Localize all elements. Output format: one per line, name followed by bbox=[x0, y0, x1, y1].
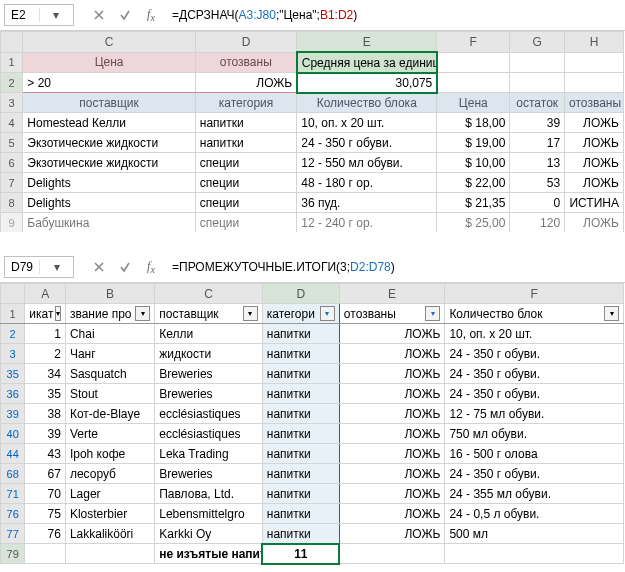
cell[interactable]: жидкости bbox=[155, 344, 263, 364]
accept-icon[interactable] bbox=[114, 257, 136, 277]
row-hdr[interactable]: 40 bbox=[1, 424, 25, 444]
cell[interactable]: ЛОЖЬ bbox=[565, 173, 624, 193]
cell[interactable]: остаток bbox=[510, 93, 565, 113]
cell[interactable]: 43 bbox=[25, 444, 66, 464]
cell[interactable]: 13 bbox=[510, 153, 565, 173]
cell[interactable]: напитки bbox=[262, 344, 339, 364]
cell[interactable]: Павлова, Ltd. bbox=[155, 484, 263, 504]
cell[interactable]: ЛОЖЬ bbox=[565, 213, 624, 233]
cell[interactable]: отозваны bbox=[195, 52, 296, 73]
cell[interactable]: Количество блока bbox=[297, 93, 437, 113]
cell[interactable]: 0 bbox=[510, 193, 565, 213]
filter-header[interactable]: поставщик▾ bbox=[155, 304, 263, 324]
row-hdr[interactable]: 4 bbox=[1, 113, 23, 133]
cell[interactable]: Chai bbox=[65, 324, 154, 344]
cell[interactable] bbox=[510, 73, 565, 93]
cell[interactable]: специи bbox=[195, 153, 296, 173]
filter-icon[interactable]: ▾ bbox=[243, 306, 258, 321]
cell[interactable]: ЛОЖЬ bbox=[339, 524, 445, 544]
filter-header[interactable]: категори▾ bbox=[262, 304, 339, 324]
cell[interactable]: 76 bbox=[25, 524, 66, 544]
cell[interactable]: 500 мл bbox=[445, 524, 624, 544]
row-hdr[interactable]: 5 bbox=[1, 133, 23, 153]
filter-icon[interactable]: ▾ bbox=[55, 306, 61, 321]
cell[interactable]: 53 bbox=[510, 173, 565, 193]
cell[interactable]: напитки bbox=[195, 113, 296, 133]
cell[interactable]: Homestead Келли bbox=[23, 113, 195, 133]
cell[interactable]: ЛОЖЬ bbox=[339, 404, 445, 424]
cell[interactable]: специи bbox=[195, 193, 296, 213]
cell[interactable]: ЛОЖЬ bbox=[565, 153, 624, 173]
cell[interactable]: 750 мл обуви. bbox=[445, 424, 624, 444]
cell[interactable]: Leka Trading bbox=[155, 444, 263, 464]
cell[interactable]: $ 18,00 bbox=[437, 113, 510, 133]
cell[interactable]: Breweries bbox=[155, 364, 263, 384]
cell[interactable]: 120 bbox=[510, 213, 565, 233]
row-3[interactable]: 3 bbox=[1, 93, 23, 113]
cell[interactable]: напитки bbox=[262, 384, 339, 404]
cell[interactable] bbox=[65, 544, 154, 564]
cell[interactable]: ЛОЖЬ bbox=[565, 133, 624, 153]
cell[interactable]: ecclésiastiques bbox=[155, 404, 263, 424]
name-box-dropdown-icon[interactable]: ▾ bbox=[39, 8, 74, 22]
cell[interactable]: лесоруб bbox=[65, 464, 154, 484]
cell[interactable]: 75 bbox=[25, 504, 66, 524]
row-1[interactable]: 1 bbox=[1, 52, 23, 73]
row-79[interactable]: 79 bbox=[1, 544, 25, 564]
cell[interactable]: $ 10,00 bbox=[437, 153, 510, 173]
name-box[interactable]: D79 ▾ bbox=[4, 256, 74, 278]
col-H[interactable]: H bbox=[565, 32, 624, 53]
cell[interactable]: 12 - 550 мл обуви. bbox=[297, 153, 437, 173]
active-cell-D79[interactable]: 11 bbox=[262, 544, 339, 564]
cell[interactable]: 36 пуд. bbox=[297, 193, 437, 213]
cell[interactable]: напитки bbox=[195, 133, 296, 153]
cell[interactable]: Lager bbox=[65, 484, 154, 504]
sum-label[interactable]: не изъятые напитки: bbox=[155, 544, 263, 564]
col-C[interactable]: C bbox=[155, 284, 263, 304]
row-hdr[interactable]: 3 bbox=[1, 344, 25, 364]
col-C[interactable]: C bbox=[23, 32, 195, 53]
cell[interactable]: специи bbox=[195, 213, 296, 233]
cell[interactable]: 38 bbox=[25, 404, 66, 424]
formula-input[interactable]: =ПРОМЕЖУТОЧНЫЕ.ИТОГИ(3;D2:D78) =ПРОМЕЖУТ… bbox=[166, 260, 621, 274]
cell[interactable]: Экзотические жидкости bbox=[23, 133, 195, 153]
cell[interactable]: ЛОЖЬ bbox=[339, 504, 445, 524]
select-all[interactable] bbox=[1, 32, 23, 53]
cell[interactable]: 67 bbox=[25, 464, 66, 484]
cell[interactable]: 10, оп. x 20 шт. bbox=[297, 113, 437, 133]
cell[interactable]: 16 - 500 г олова bbox=[445, 444, 624, 464]
filter-header[interactable]: отозваны▾ bbox=[339, 304, 445, 324]
cell[interactable]: Цена bbox=[23, 52, 195, 73]
row-hdr[interactable]: 35 bbox=[1, 364, 25, 384]
cell[interactable] bbox=[565, 73, 624, 93]
cell[interactable]: 24 - 350 г обуви. bbox=[445, 384, 624, 404]
row-hdr[interactable]: 39 bbox=[1, 404, 25, 424]
cell[interactable]: Lakkalikööri bbox=[65, 524, 154, 544]
cell[interactable]: напитки bbox=[262, 404, 339, 424]
cell[interactable]: 39 bbox=[25, 424, 66, 444]
cell[interactable]: 24 - 0,5 л обуви. bbox=[445, 504, 624, 524]
cell[interactable]: Breweries bbox=[155, 384, 263, 404]
row-hdr[interactable]: 9 bbox=[1, 213, 23, 233]
cell[interactable] bbox=[565, 52, 624, 73]
cell[interactable]: ЛОЖЬ bbox=[339, 344, 445, 364]
formula-input[interactable]: =ДСРЗНАЧ(A3:J80;"Цена";B1:D2) =ДСРЗНАЧ(A… bbox=[166, 8, 621, 22]
cell[interactable]: 1 bbox=[25, 324, 66, 344]
cell[interactable]: 39 bbox=[510, 113, 565, 133]
cell[interactable]: 24 - 355 мл обуви. bbox=[445, 484, 624, 504]
cell[interactable]: 35 bbox=[25, 384, 66, 404]
cell[interactable]: Экзотические жидкости bbox=[23, 153, 195, 173]
grid-bottom[interactable]: A B C D E F 1 икат▾ звание про▾ поставщи… bbox=[0, 283, 624, 564]
cell[interactable]: Чанг bbox=[65, 344, 154, 364]
row-hdr[interactable]: 68 bbox=[1, 464, 25, 484]
cell[interactable]: Келли bbox=[155, 324, 263, 344]
col-A[interactable]: A bbox=[25, 284, 66, 304]
cell[interactable]: ЛОЖЬ bbox=[339, 444, 445, 464]
cell[interactable]: ЛОЖЬ bbox=[339, 484, 445, 504]
cell[interactable]: 2 bbox=[25, 344, 66, 364]
fx-icon[interactable]: fx bbox=[140, 257, 162, 277]
col-E[interactable]: E bbox=[339, 284, 445, 304]
col-E[interactable]: E bbox=[297, 32, 437, 53]
filter-active-icon[interactable]: ▾ bbox=[425, 306, 440, 321]
cell[interactable]: Sasquatch bbox=[65, 364, 154, 384]
